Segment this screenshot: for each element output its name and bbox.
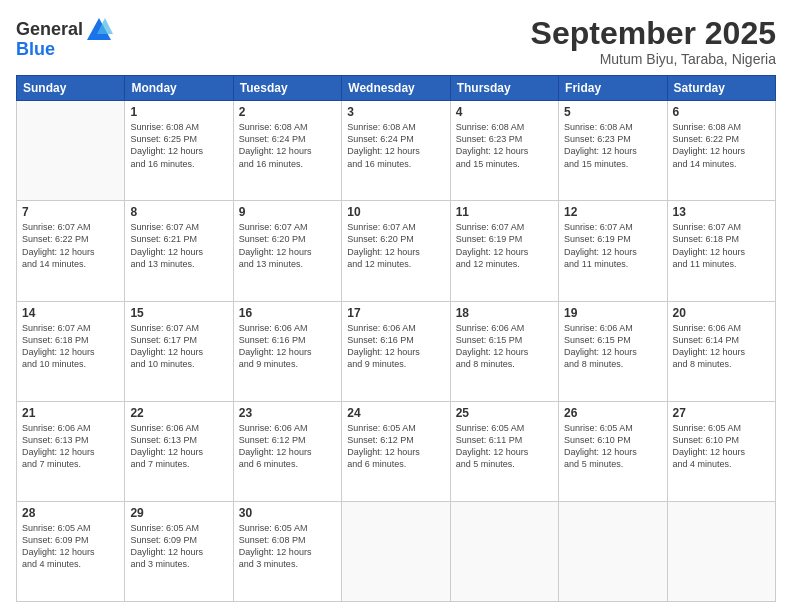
col-tuesday: Tuesday [233,76,341,101]
day-cell: 21Sunrise: 6:06 AMSunset: 6:13 PMDayligh… [17,401,125,501]
day-cell: 20Sunrise: 6:06 AMSunset: 6:14 PMDayligh… [667,301,775,401]
day-cell: 2Sunrise: 6:08 AMSunset: 6:24 PMDaylight… [233,101,341,201]
day-number: 30 [239,506,336,520]
day-info: Sunrise: 6:06 AMSunset: 6:15 PMDaylight:… [456,322,553,371]
day-cell: 10Sunrise: 6:07 AMSunset: 6:20 PMDayligh… [342,201,450,301]
week-row-2: 7Sunrise: 6:07 AMSunset: 6:22 PMDaylight… [17,201,776,301]
day-info: Sunrise: 6:07 AMSunset: 6:18 PMDaylight:… [673,221,770,270]
day-number: 26 [564,406,661,420]
day-info: Sunrise: 6:08 AMSunset: 6:23 PMDaylight:… [564,121,661,170]
day-number: 6 [673,105,770,119]
day-info: Sunrise: 6:08 AMSunset: 6:24 PMDaylight:… [239,121,336,170]
day-info: Sunrise: 6:07 AMSunset: 6:21 PMDaylight:… [130,221,227,270]
day-number: 19 [564,306,661,320]
day-number: 7 [22,205,119,219]
day-cell: 8Sunrise: 6:07 AMSunset: 6:21 PMDaylight… [125,201,233,301]
day-number: 17 [347,306,444,320]
day-cell: 3Sunrise: 6:08 AMSunset: 6:24 PMDaylight… [342,101,450,201]
day-cell: 25Sunrise: 6:05 AMSunset: 6:11 PMDayligh… [450,401,558,501]
day-info: Sunrise: 6:05 AMSunset: 6:09 PMDaylight:… [130,522,227,571]
day-cell: 1Sunrise: 6:08 AMSunset: 6:25 PMDaylight… [125,101,233,201]
day-number: 16 [239,306,336,320]
day-number: 27 [673,406,770,420]
day-info: Sunrise: 6:06 AMSunset: 6:16 PMDaylight:… [347,322,444,371]
day-cell: 23Sunrise: 6:06 AMSunset: 6:12 PMDayligh… [233,401,341,501]
day-info: Sunrise: 6:07 AMSunset: 6:18 PMDaylight:… [22,322,119,371]
day-cell: 16Sunrise: 6:06 AMSunset: 6:16 PMDayligh… [233,301,341,401]
day-number: 24 [347,406,444,420]
logo-icon [85,16,113,44]
day-info: Sunrise: 6:08 AMSunset: 6:23 PMDaylight:… [456,121,553,170]
day-info: Sunrise: 6:08 AMSunset: 6:22 PMDaylight:… [673,121,770,170]
day-number: 2 [239,105,336,119]
day-cell: 28Sunrise: 6:05 AMSunset: 6:09 PMDayligh… [17,501,125,601]
day-cell: 12Sunrise: 6:07 AMSunset: 6:19 PMDayligh… [559,201,667,301]
day-cell: 24Sunrise: 6:05 AMSunset: 6:12 PMDayligh… [342,401,450,501]
day-cell: 13Sunrise: 6:07 AMSunset: 6:18 PMDayligh… [667,201,775,301]
day-number: 18 [456,306,553,320]
day-info: Sunrise: 6:06 AMSunset: 6:12 PMDaylight:… [239,422,336,471]
day-number: 15 [130,306,227,320]
day-number: 4 [456,105,553,119]
logo-general: General [16,20,83,40]
day-info: Sunrise: 6:05 AMSunset: 6:10 PMDaylight:… [673,422,770,471]
day-info: Sunrise: 6:05 AMSunset: 6:11 PMDaylight:… [456,422,553,471]
calendar: Sunday Monday Tuesday Wednesday Thursday… [16,75,776,602]
col-monday: Monday [125,76,233,101]
col-saturday: Saturday [667,76,775,101]
day-info: Sunrise: 6:05 AMSunset: 6:10 PMDaylight:… [564,422,661,471]
day-cell: 26Sunrise: 6:05 AMSunset: 6:10 PMDayligh… [559,401,667,501]
logo-blue: Blue [16,40,55,60]
day-number: 10 [347,205,444,219]
month-title: September 2025 [531,16,776,51]
day-number: 11 [456,205,553,219]
day-number: 23 [239,406,336,420]
day-info: Sunrise: 6:08 AMSunset: 6:25 PMDaylight:… [130,121,227,170]
day-info: Sunrise: 6:06 AMSunset: 6:13 PMDaylight:… [130,422,227,471]
day-info: Sunrise: 6:05 AMSunset: 6:09 PMDaylight:… [22,522,119,571]
day-info: Sunrise: 6:05 AMSunset: 6:08 PMDaylight:… [239,522,336,571]
day-info: Sunrise: 6:06 AMSunset: 6:14 PMDaylight:… [673,322,770,371]
col-wednesday: Wednesday [342,76,450,101]
day-info: Sunrise: 6:07 AMSunset: 6:17 PMDaylight:… [130,322,227,371]
day-number: 8 [130,205,227,219]
day-cell: 5Sunrise: 6:08 AMSunset: 6:23 PMDaylight… [559,101,667,201]
day-info: Sunrise: 6:08 AMSunset: 6:24 PMDaylight:… [347,121,444,170]
day-number: 9 [239,205,336,219]
day-number: 5 [564,105,661,119]
day-number: 29 [130,506,227,520]
day-cell [667,501,775,601]
day-info: Sunrise: 6:07 AMSunset: 6:19 PMDaylight:… [564,221,661,270]
day-cell: 4Sunrise: 6:08 AMSunset: 6:23 PMDaylight… [450,101,558,201]
col-friday: Friday [559,76,667,101]
day-info: Sunrise: 6:05 AMSunset: 6:12 PMDaylight:… [347,422,444,471]
day-info: Sunrise: 6:07 AMSunset: 6:20 PMDaylight:… [239,221,336,270]
day-cell: 29Sunrise: 6:05 AMSunset: 6:09 PMDayligh… [125,501,233,601]
day-cell: 19Sunrise: 6:06 AMSunset: 6:15 PMDayligh… [559,301,667,401]
day-number: 25 [456,406,553,420]
day-cell: 15Sunrise: 6:07 AMSunset: 6:17 PMDayligh… [125,301,233,401]
day-cell [559,501,667,601]
week-row-5: 28Sunrise: 6:05 AMSunset: 6:09 PMDayligh… [17,501,776,601]
day-number: 22 [130,406,227,420]
title-block: September 2025 Mutum Biyu, Taraba, Niger… [531,16,776,67]
week-row-3: 14Sunrise: 6:07 AMSunset: 6:18 PMDayligh… [17,301,776,401]
day-info: Sunrise: 6:07 AMSunset: 6:20 PMDaylight:… [347,221,444,270]
day-number: 13 [673,205,770,219]
day-number: 28 [22,506,119,520]
day-cell: 30Sunrise: 6:05 AMSunset: 6:08 PMDayligh… [233,501,341,601]
day-cell: 18Sunrise: 6:06 AMSunset: 6:15 PMDayligh… [450,301,558,401]
day-number: 20 [673,306,770,320]
day-info: Sunrise: 6:07 AMSunset: 6:19 PMDaylight:… [456,221,553,270]
day-cell: 9Sunrise: 6:07 AMSunset: 6:20 PMDaylight… [233,201,341,301]
col-sunday: Sunday [17,76,125,101]
day-number: 14 [22,306,119,320]
day-number: 1 [130,105,227,119]
day-info: Sunrise: 6:06 AMSunset: 6:13 PMDaylight:… [22,422,119,471]
header: General Blue September 2025 Mutum Biyu, … [16,16,776,67]
col-thursday: Thursday [450,76,558,101]
day-cell: 17Sunrise: 6:06 AMSunset: 6:16 PMDayligh… [342,301,450,401]
day-cell: 14Sunrise: 6:07 AMSunset: 6:18 PMDayligh… [17,301,125,401]
day-info: Sunrise: 6:06 AMSunset: 6:15 PMDaylight:… [564,322,661,371]
week-row-1: 1Sunrise: 6:08 AMSunset: 6:25 PMDaylight… [17,101,776,201]
